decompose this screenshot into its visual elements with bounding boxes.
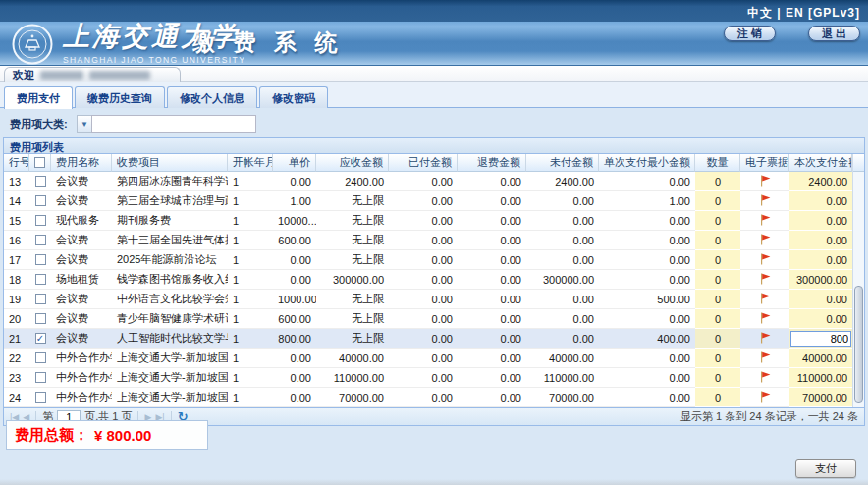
table-row[interactable]: 21✓会议费人工智能时代比较文学与跨文...1800.00无上限0.000.00…: [4, 329, 852, 349]
row-checkbox[interactable]: [35, 195, 46, 206]
cell-fee-name: 会议费: [51, 191, 112, 211]
cell-min-payment: 0.00: [599, 368, 695, 388]
cell-quantity[interactable]: 0: [695, 329, 740, 349]
cell-checkbox[interactable]: [29, 231, 51, 250]
col-current-payment[interactable]: 本次支付金额: [789, 154, 852, 172]
tab-change-password[interactable]: 修改密码: [259, 86, 328, 108]
row-checkbox[interactable]: [35, 294, 46, 304]
scrollbar-thumb[interactable]: [854, 286, 863, 403]
col-billing-month[interactable]: 开帐年月: [228, 154, 273, 172]
cell-checkbox[interactable]: [29, 250, 51, 270]
cell-checkbox[interactable]: [29, 349, 51, 368]
language-links[interactable]: 中文 | EN [GPLv3]: [747, 5, 860, 22]
cell-current-payment[interactable]: 0.00: [789, 211, 852, 231]
col-e-receipt[interactable]: 电子票据: [740, 154, 789, 172]
table-row[interactable]: 16会议费第十三届全国先进气体探测器...1600.00无上限0.000.000…: [4, 231, 852, 250]
cell-current-payment[interactable]: 300000.00: [789, 270, 852, 290]
row-checkbox[interactable]: [35, 313, 46, 324]
cell-quantity[interactable]: 0: [695, 368, 740, 388]
cell-checkbox[interactable]: [29, 191, 51, 211]
cell-quantity[interactable]: 0: [695, 211, 740, 231]
total-amount-label: 费用总额：: [15, 426, 88, 445]
cell-quantity[interactable]: 0: [695, 349, 740, 368]
col-fee-name[interactable]: 费用名称: [51, 154, 112, 172]
table-row[interactable]: 17会议费2025年能源前沿论坛10.00无上限0.000.000.000.00…: [4, 250, 852, 270]
row-checkbox[interactable]: [35, 392, 46, 403]
cell-e-receipt: [740, 329, 789, 349]
row-checkbox[interactable]: [35, 274, 46, 285]
cell-checkbox[interactable]: [29, 309, 51, 329]
fee-category-input[interactable]: [91, 115, 256, 133]
table-row[interactable]: 14会议费第三届全球城市治理与政策研...11.00无上限0.000.000.0…: [4, 191, 852, 211]
col-select-all[interactable]: [29, 154, 51, 172]
col-unit-price[interactable]: 单价: [273, 154, 316, 172]
filter-row: 费用项大类: ▼: [0, 108, 868, 137]
col-unpaid[interactable]: 未付金额: [526, 154, 599, 172]
row-checkbox[interactable]: [35, 254, 46, 265]
row-checkbox[interactable]: [35, 372, 46, 383]
tab-edit-profile[interactable]: 修改个人信息: [167, 86, 257, 108]
row-checkbox[interactable]: [35, 352, 46, 363]
col-row-number[interactable]: 行号: [4, 154, 29, 172]
table-row[interactable]: 13会议费第四届冰冻圈青年科学论坛10.002400.000.000.00240…: [4, 172, 852, 191]
cell-current-payment[interactable]: 70000.00: [789, 388, 852, 407]
tab-strip: 费用支付 缴费历史查询 修改个人信息 修改密码: [0, 82, 868, 108]
pay-button[interactable]: 支付: [795, 459, 856, 478]
table-row[interactable]: 19会议费中外语言文化比较学会知识翻...11000.00无上限0.000.00…: [4, 290, 852, 309]
row-checkbox[interactable]: [35, 235, 46, 245]
cell-receivable: 无上限: [316, 309, 389, 329]
cell-refund: 0.00: [458, 191, 526, 211]
row-checkbox[interactable]: [35, 176, 46, 187]
col-charge-item[interactable]: 收费项目: [112, 154, 228, 172]
cell-current-payment[interactable]: [789, 329, 852, 349]
chevron-down-icon[interactable]: ▼: [77, 115, 91, 133]
cell-quantity[interactable]: 0: [695, 290, 740, 309]
cell-checkbox[interactable]: [29, 172, 51, 191]
col-quantity[interactable]: 数量: [695, 154, 740, 172]
cell-quantity[interactable]: 0: [695, 388, 740, 407]
cell-checkbox[interactable]: ✓: [29, 329, 51, 349]
table-row[interactable]: 24中外合作办学...上海交通大学-新加坡国立大...10.0070000.00…: [4, 388, 852, 407]
university-logo-icon: [12, 24, 53, 69]
cell-checkbox[interactable]: [29, 270, 51, 290]
logout-button[interactable]: 注 销: [724, 26, 776, 41]
pay-amount-input[interactable]: [790, 331, 851, 347]
cell-quantity[interactable]: 0: [695, 172, 740, 191]
receipt-flag-icon: [759, 332, 772, 344]
row-checkbox[interactable]: ✓: [35, 333, 46, 344]
welcome-label: 欢迎: [13, 68, 34, 82]
col-refund[interactable]: 退费金额: [458, 154, 526, 172]
table-row[interactable]: 18场地租赁钱学森图书馆服务收入经费10.00300000.000.000.00…: [4, 270, 852, 290]
table-row[interactable]: 20会议费青少年脑智健康学术研讨会1600.00无上限0.000.000.000…: [4, 309, 852, 329]
cell-current-payment[interactable]: 110000.00: [789, 368, 852, 388]
cell-quantity[interactable]: 0: [695, 270, 740, 290]
row-checkbox[interactable]: [35, 215, 46, 226]
table-row[interactable]: 22中外合作办学...上海交通大学-新加坡国立大...10.0040000.00…: [4, 349, 852, 368]
cell-receivable: 110000.00: [316, 368, 389, 388]
cell-checkbox[interactable]: [29, 290, 51, 309]
tab-fee-payment[interactable]: 费用支付: [4, 86, 73, 109]
cell-quantity[interactable]: 0: [695, 309, 740, 329]
col-paid[interactable]: 已付金额: [389, 154, 458, 172]
table-row[interactable]: 23中外合作办学...上海交通大学-新加坡国立大...10.00110000.0…: [4, 368, 852, 388]
col-min-payment[interactable]: 单次支付最小金额: [599, 154, 695, 172]
cell-quantity[interactable]: 0: [695, 250, 740, 270]
cell-current-payment[interactable]: 0.00: [789, 290, 852, 309]
cell-current-payment[interactable]: 2400.00: [789, 172, 852, 191]
vertical-scrollbar[interactable]: [852, 154, 864, 407]
exit-button[interactable]: 退 出: [808, 26, 860, 41]
cell-checkbox[interactable]: [29, 388, 51, 407]
cell-quantity[interactable]: 0: [695, 191, 740, 211]
cell-checkbox[interactable]: [29, 211, 51, 231]
select-all-checkbox[interactable]: [34, 157, 45, 168]
col-receivable[interactable]: 应收金额: [316, 154, 389, 172]
tab-payment-history[interactable]: 缴费历史查询: [75, 86, 165, 108]
cell-current-payment[interactable]: 0.00: [789, 250, 852, 270]
table-row[interactable]: 15现代服务期刊服务费110000...无上限0.000.000.000.000…: [4, 211, 852, 231]
cell-current-payment[interactable]: 0.00: [789, 309, 852, 329]
cell-current-payment[interactable]: 0.00: [789, 231, 852, 250]
cell-current-payment[interactable]: 40000.00: [789, 349, 852, 368]
cell-current-payment[interactable]: 0.00: [789, 191, 852, 211]
cell-checkbox[interactable]: [29, 368, 51, 388]
cell-quantity[interactable]: 0: [695, 231, 740, 250]
